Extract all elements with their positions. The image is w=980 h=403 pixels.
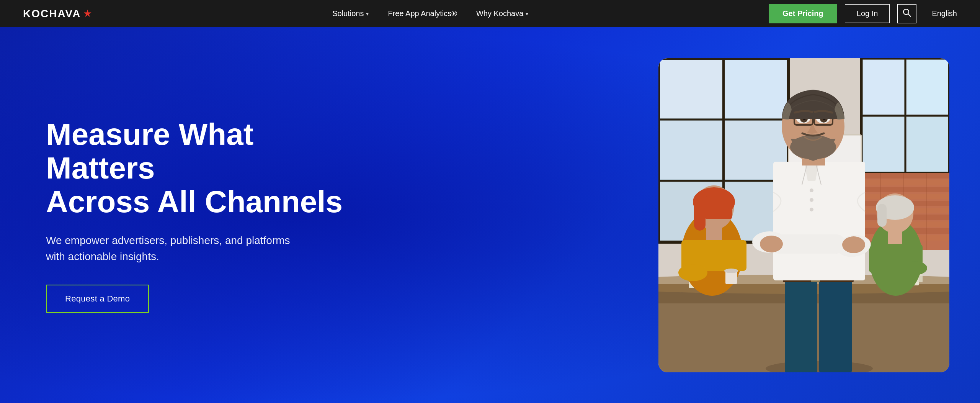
svg-rect-10: [660, 121, 722, 179]
nav-solutions-label: Solutions: [332, 9, 364, 18]
brand-star: ★: [83, 8, 92, 20]
hero-subtitle: We empower advertisers, publishers, and …: [46, 233, 299, 265]
chevron-down-icon-2: ▾: [526, 11, 528, 17]
search-icon: [903, 8, 911, 19]
svg-line-1: [908, 14, 911, 17]
svg-rect-49: [705, 196, 732, 219]
svg-rect-58: [877, 204, 887, 227]
svg-point-52: [678, 264, 707, 281]
hero-section: Measure What Matters Across All Channels…: [0, 27, 980, 403]
hero-title: Measure What Matters Across All Channels: [46, 118, 345, 219]
svg-point-76: [810, 208, 813, 211]
hero-title-line2: Across All Channels: [46, 185, 343, 219]
svg-point-81: [842, 236, 865, 253]
hero-illustration: [658, 58, 949, 372]
svg-rect-48: [694, 200, 706, 231]
svg-rect-21: [907, 117, 948, 172]
svg-rect-59: [888, 231, 902, 245]
svg-point-74: [810, 188, 813, 192]
svg-rect-23: [861, 173, 949, 179]
navbar-actions: Get Pricing Log In English: [769, 4, 957, 23]
search-button[interactable]: [897, 4, 916, 23]
nav-why-kochava-label: Why Kochava: [476, 9, 523, 18]
svg-rect-70: [773, 162, 865, 280]
svg-rect-67: [819, 277, 852, 372]
login-button[interactable]: Log In: [845, 4, 890, 23]
svg-rect-18: [863, 60, 904, 114]
svg-point-80: [760, 236, 783, 252]
svg-rect-25: [861, 187, 949, 192]
svg-rect-50: [706, 227, 722, 242]
get-pricing-button[interactable]: Get Pricing: [769, 4, 837, 23]
logo[interactable]: KOCHAVA★: [23, 8, 92, 20]
request-demo-button[interactable]: Request a Demo: [46, 285, 149, 313]
svg-rect-8: [660, 60, 722, 118]
nav-free-analytics-label: Free App Analytics®: [388, 9, 457, 18]
svg-rect-24: [861, 180, 949, 185]
hero-image: [658, 58, 949, 372]
hero-title-line1: Measure What Matters: [46, 117, 253, 185]
nav-free-analytics[interactable]: Free App Analytics®: [388, 9, 457, 18]
svg-rect-9: [725, 60, 787, 118]
navbar: KOCHAVA★ Solutions ▾ Free App Analytics®…: [0, 0, 980, 27]
hero-content: Measure What Matters Across All Channels…: [46, 118, 345, 313]
svg-point-61: [903, 261, 927, 275]
language-selector[interactable]: English: [924, 9, 957, 18]
main-nav: Solutions ▾ Free App Analytics® Why Koch…: [332, 9, 528, 18]
nav-solutions[interactable]: Solutions ▾: [332, 9, 369, 18]
svg-point-54: [724, 269, 738, 273]
svg-point-75: [810, 198, 813, 202]
chevron-down-icon: ▾: [366, 11, 369, 17]
svg-rect-66: [785, 277, 817, 372]
svg-rect-20: [863, 117, 904, 172]
nav-why-kochava[interactable]: Why Kochava ▾: [476, 9, 528, 18]
brand-name: KOCHAVA: [23, 8, 81, 20]
svg-rect-19: [907, 60, 948, 114]
